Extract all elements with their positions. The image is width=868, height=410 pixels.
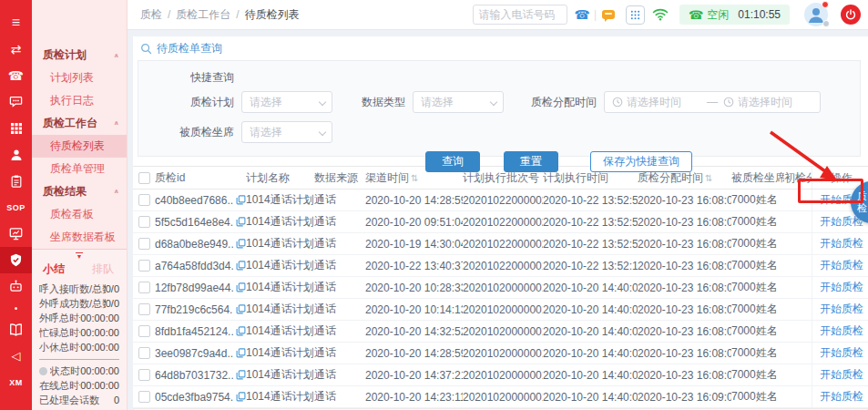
stat-label: 状态时长 xyxy=(50,364,80,378)
tab-queue[interactable]: 排队 xyxy=(92,261,114,277)
sidebar-item-质检单管理[interactable]: 质检单管理 xyxy=(32,158,127,180)
shield-check-icon[interactable] xyxy=(0,247,32,273)
start-inspection-link[interactable]: 开始质检 xyxy=(820,345,863,361)
column-header[interactable]: 计划执行批次号 xyxy=(463,167,543,189)
phone-number-input[interactable]: 请输入电话号码 xyxy=(473,5,567,25)
xm-label[interactable]: XM xyxy=(0,369,32,395)
agent-select[interactable]: 请选择 xyxy=(241,121,332,143)
tab-summary[interactable]: 小结 xyxy=(43,261,65,277)
sop-label[interactable]: SOP xyxy=(0,194,32,220)
copy-icon[interactable] xyxy=(236,326,246,336)
row-checkbox[interactable] xyxy=(138,303,150,315)
clipboard-icon[interactable] xyxy=(0,168,32,194)
plan-filter-label: 质检计划 xyxy=(152,95,234,110)
robot-icon[interactable] xyxy=(0,273,32,300)
user-icon[interactable] xyxy=(0,141,32,168)
row-checkbox[interactable] xyxy=(138,216,150,228)
grid-icon[interactable] xyxy=(0,115,32,141)
row-checkbox[interactable] xyxy=(138,260,150,272)
agent-status-badge[interactable]: ☎ 空闲 01:10:55 xyxy=(679,5,790,25)
start-inspection-link[interactable]: 开始质检 xyxy=(820,280,863,295)
megaphone-icon[interactable]: ◁ xyxy=(0,343,32,369)
sidebar-item-质检工作台[interactable]: 质检工作台 ∧ xyxy=(32,112,127,135)
sidebar-item-执行日志[interactable]: 执行日志 xyxy=(32,89,127,112)
row-checkbox[interactable] xyxy=(138,347,150,359)
channel-time-cell: 2020-10-20 14:28:59 xyxy=(365,343,463,364)
dial-phone-icon[interactable]: ☎ xyxy=(575,7,590,22)
column-header[interactable]: 计划名称 xyxy=(246,167,314,189)
column-header[interactable]: 质检分配时间 ⇅ xyxy=(638,167,731,189)
avatar[interactable] xyxy=(804,3,828,26)
row-checkbox[interactable] xyxy=(138,325,150,337)
breadcrumb-item[interactable]: 质检 xyxy=(140,7,162,23)
chat-icon[interactable] xyxy=(0,88,32,115)
data-source-cell: 通话 xyxy=(314,364,365,385)
book-icon[interactable] xyxy=(0,316,32,343)
collapse-caret-icon[interactable]: ▼ xyxy=(39,251,119,260)
sidebar-item-坐席数据看板[interactable]: 坐席数据看板 xyxy=(32,226,127,249)
start-inspection-link[interactable]: 开始质检 xyxy=(820,323,863,339)
plan-select[interactable]: 请选择 xyxy=(241,91,332,113)
score-cell xyxy=(784,299,812,320)
sidebar-item-计划列表[interactable]: 计划列表 xyxy=(32,67,127,89)
copy-icon[interactable] xyxy=(236,304,246,314)
data-type-label: 数据类型 xyxy=(351,95,405,110)
copy-icon[interactable] xyxy=(236,348,246,358)
breadcrumb-item[interactable]: 质检工作台 xyxy=(176,7,230,23)
plan-name-cell: 1014通话计划 xyxy=(246,343,314,364)
inspection-id: a764a58fdd3d4... xyxy=(155,260,233,272)
logout-power-button[interactable] xyxy=(841,5,861,25)
copy-icon[interactable] xyxy=(236,392,246,402)
app-icon-rail: ≡ ⇄ ☎ SOP ◁ XM xyxy=(0,0,32,410)
start-inspection-link[interactable]: 开始质检 xyxy=(820,389,863,405)
start-inspection-link[interactable]: 开始质检 xyxy=(820,367,863,383)
data-type-select[interactable]: 请选择 xyxy=(413,91,504,113)
copy-icon[interactable] xyxy=(236,195,246,205)
copy-icon[interactable] xyxy=(236,261,246,271)
row-checkbox[interactable] xyxy=(138,194,150,206)
start-inspection-link[interactable]: 开始质检 xyxy=(820,236,863,251)
batch-number-cell: 20201022000002 xyxy=(463,233,543,254)
stats-divider xyxy=(39,359,119,360)
transfer-icon[interactable]: ⇄ xyxy=(0,36,32,62)
sidebar-item-质检看板[interactable]: 质检看板 xyxy=(32,203,127,226)
sidebar-item-质检计划[interactable]: 质检计划 ∧ xyxy=(32,44,127,67)
plan-name-cell: 1014通话计划 xyxy=(246,299,314,320)
select-all-checkbox[interactable] xyxy=(138,172,150,184)
dialpad-icon[interactable] xyxy=(626,5,645,25)
stat-label: 外呼成功数/总数 xyxy=(39,297,106,311)
column-header[interactable]: 计划执行时间 xyxy=(543,167,638,189)
breadcrumb-item[interactable]: 待质检列表 xyxy=(245,7,300,23)
copy-icon[interactable] xyxy=(236,239,246,249)
column-header[interactable]: 数据来源 xyxy=(314,167,365,189)
assign-time-range-picker[interactable]: 请选择时间 — 请选择时间 xyxy=(604,91,821,113)
copy-icon[interactable] xyxy=(236,282,246,292)
sort-icon[interactable]: ⇅ xyxy=(705,173,712,183)
column-header[interactable]: 被质检坐席 xyxy=(731,167,784,189)
sidebar-item-待质检列表[interactable]: 待质检列表 xyxy=(32,135,127,158)
channel-time-cell: 2020-10-20 10:28:33 xyxy=(365,277,463,298)
row-checkbox[interactable] xyxy=(138,282,150,293)
score-cell xyxy=(784,364,812,385)
score-cell xyxy=(784,321,812,342)
column-header[interactable]: 质检id xyxy=(155,167,246,189)
agent-cell: 7000姓名 xyxy=(731,343,784,364)
monitor-icon[interactable] xyxy=(0,220,32,247)
column-header[interactable]: 初检分数 xyxy=(784,167,812,189)
row-checkbox[interactable] xyxy=(138,391,150,403)
message-icon[interactable] xyxy=(602,10,615,19)
plan-name-cell: 1014通话计划 xyxy=(246,386,314,407)
copy-icon[interactable] xyxy=(236,370,246,380)
start-inspection-link[interactable]: 开始质检 xyxy=(820,258,863,273)
copy-icon[interactable] xyxy=(236,217,246,227)
row-checkbox[interactable] xyxy=(138,238,150,250)
sort-icon[interactable]: ⇅ xyxy=(411,173,418,183)
stat-row: 外呼成功数/总数 0/0 xyxy=(39,296,119,311)
stats-list-secondary: 状态时长 00:00:00 在线总时长 00:00:00 已处理会话数 0 xyxy=(39,364,119,407)
menu-icon[interactable]: ≡ xyxy=(0,9,32,36)
column-header[interactable]: 渠道时间 ⇅ xyxy=(365,167,463,189)
start-inspection-link[interactable]: 开始质检 xyxy=(820,302,863,317)
sidebar-item-质检结果[interactable]: 质检结果 ∧ xyxy=(32,180,127,203)
row-checkbox[interactable] xyxy=(138,369,150,381)
phone-icon[interactable]: ☎ xyxy=(0,62,32,88)
